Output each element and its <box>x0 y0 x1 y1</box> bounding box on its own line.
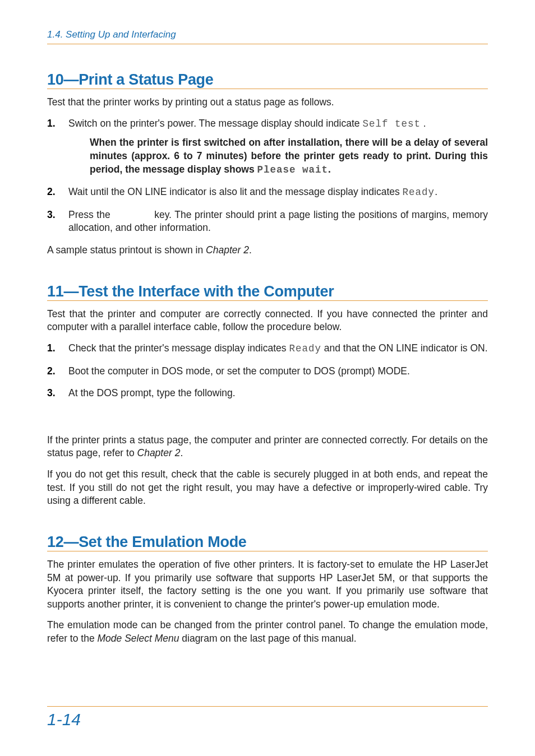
section-12-para-1: The printer emulates the operation of fi… <box>47 558 488 611</box>
outro-b: . <box>249 244 252 256</box>
step-text: Check that the printer's message display… <box>68 342 289 354</box>
display-code: Ready <box>403 187 435 198</box>
section-10-step-2: Wait until the ON LINE indicator is also… <box>47 185 488 200</box>
section-10-step-1: Switch on the printer's power. The messa… <box>47 117 488 177</box>
step-text-end: and that the ON LINE indicator is ON. <box>321 342 488 354</box>
chapter-ref: Chapter 2 <box>206 244 249 256</box>
section-10-warning: When the printer is first switched on af… <box>90 136 488 177</box>
section-11-step-2: Boot the computer in DOS mode, or set th… <box>47 365 488 378</box>
page-number: 1-14 <box>47 706 488 729</box>
section-12-title: 12—Set the Emulation Mode <box>47 534 488 551</box>
page: 1.4. Setting Up and Interfacing 10—Print… <box>0 0 535 756</box>
section-10-step-3: Press the key. The printer should print … <box>47 208 488 235</box>
key-gap <box>113 209 151 220</box>
section-11-step-1: Check that the printer's message display… <box>47 342 488 356</box>
warn-text-end: . <box>328 164 331 175</box>
section-10-title: 10—Print a Status Page <box>47 71 488 89</box>
section-11-para-3: If you do not get this result, check tha… <box>47 468 488 508</box>
outro-a: A sample status printout is shown in <box>47 244 206 256</box>
running-head: 1.4. Setting Up and Interfacing <box>47 29 488 44</box>
section-10-outro: A sample status printout is shown in Cha… <box>47 244 488 257</box>
display-code: Please wait <box>257 164 329 175</box>
section-10-intro: Test that the printer works by printing … <box>47 96 488 109</box>
section-12-para-2: The emulation mode can be changed from t… <box>47 619 488 645</box>
para-b: diagram on the last page of this manual. <box>179 633 356 644</box>
chapter-ref: Chapter 2 <box>137 447 181 458</box>
step-text-end: . <box>421 118 426 129</box>
section-11-title: 11—Test the Interface with the Computer <box>47 283 488 301</box>
display-code: Ready <box>289 343 321 354</box>
section-11-steps: Check that the printer's message display… <box>47 342 488 400</box>
step-text: Switch on the printer's power. The messa… <box>68 118 362 129</box>
para-b: . <box>180 447 183 458</box>
section-11-step-3: At the DOS prompt, type the following. <box>47 387 488 400</box>
section-11-para-2: If the printer prints a status page, the… <box>47 434 488 460</box>
display-code: Self test <box>362 118 421 129</box>
section-10-steps: Switch on the printer's power. The messa… <box>47 117 488 235</box>
step-text-end: . <box>435 186 437 197</box>
step-text: Wait until the ON LINE indicator is also… <box>68 186 403 197</box>
para-a: If the printer prints a status page, the… <box>47 434 488 459</box>
menu-ref: Mode Select Menu <box>98 633 179 644</box>
section-11-intro: Test that the printer and computer are c… <box>47 308 488 334</box>
step-text-a: Press the <box>68 209 113 220</box>
